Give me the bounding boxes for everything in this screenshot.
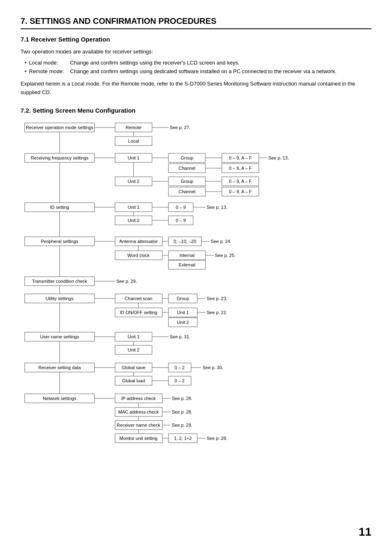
bullet-list: Local mode: Change and confirm settings … bbox=[25, 59, 371, 76]
ref-user-name: See p. 31. bbox=[170, 334, 190, 339]
col3-internal: Internal bbox=[180, 253, 195, 258]
col2-id-unit1: Unit 1 bbox=[128, 205, 140, 210]
bullet-local: Local mode: Change and confirm settings … bbox=[25, 59, 371, 67]
col2-id-onoff: ID ON/OFF setting bbox=[120, 310, 157, 315]
col1-user-name: User name settings bbox=[40, 334, 79, 339]
col2-global-save: Global save bbox=[122, 365, 145, 370]
col1-peripheral: Peripheral settings bbox=[41, 239, 78, 244]
chapter-title: 7. SETTINGS AND CONFIRMATION PROCEDURES bbox=[21, 16, 371, 29]
ref-wordclock: See p. 25. bbox=[215, 253, 235, 258]
col1-receiver-data: Receiver setting data bbox=[38, 365, 81, 370]
section2-title: 7.2. Setting Screen Menu Configuration bbox=[21, 107, 371, 114]
ref-receiver-data: See p. 30. bbox=[203, 365, 223, 370]
col2-remote: Remote bbox=[126, 125, 142, 130]
col3-scan-group: Group bbox=[177, 296, 189, 301]
col3-rf-u1-channel: Channel bbox=[179, 166, 196, 171]
bullet-local-label: Local mode: bbox=[29, 59, 70, 67]
col1-network: Network settings bbox=[43, 396, 76, 401]
col3-idoff-u2: Unit 2 bbox=[177, 320, 189, 325]
col2-id-unit2: Unit 2 bbox=[128, 218, 140, 223]
col3-id-u2: 0 – 9 bbox=[176, 218, 186, 223]
col1-utility: Utility settings bbox=[46, 296, 74, 301]
ref-remote: See p. 27. bbox=[170, 125, 190, 130]
bullet-remote: Remote mode: Change and confirm settings… bbox=[25, 67, 371, 76]
col3-load-val: 0 – 2 bbox=[175, 378, 184, 383]
ref-ip: See p. 28. bbox=[172, 396, 192, 401]
col1-receiver-op: Receiver operation mode settings bbox=[26, 125, 93, 130]
col2-global-load: Global load bbox=[122, 378, 145, 383]
col3-rf-u2-group: Group bbox=[181, 179, 194, 184]
col4-rf-u2-channel: 0 – 9, A – F bbox=[229, 189, 252, 194]
col2-monitor-unit: Monitor unit setting bbox=[120, 436, 158, 441]
ref-utility-scan: See p. 23. bbox=[207, 296, 227, 301]
section-desc: Explained herein is a Local mode. For th… bbox=[21, 80, 371, 97]
section1-title: 7.1 Receiver Setting Operation bbox=[21, 36, 371, 43]
col1-id-setting: ID setting bbox=[50, 205, 69, 210]
col1-receiving-freq: Receiving frequency settings bbox=[31, 155, 89, 160]
bullet-local-text: Change and confirm settings using the re… bbox=[70, 59, 240, 67]
col2-rf-unit1: Unit 1 bbox=[128, 155, 140, 160]
ref-rf-u1-group: See p. 13. bbox=[268, 155, 289, 160]
col3-rf-u2-channel: Channel bbox=[179, 189, 196, 194]
col2-antenna: Antenna attenuator bbox=[119, 239, 158, 244]
menu-diagram: .box-rect { fill: white; stroke: #555; s… bbox=[21, 119, 374, 448]
col2-receiver-name: Receiver name check bbox=[117, 423, 160, 428]
ref-antenna: See p. 24. bbox=[211, 239, 231, 244]
ref-receiver-name: See p. 29. bbox=[172, 423, 192, 428]
col4-rf-u1-channel: 0 – 9, A – F bbox=[229, 166, 252, 171]
col3-idoff-u1: Unit 1 bbox=[177, 310, 189, 315]
col1-transmitter: Transmitter condition check bbox=[32, 279, 88, 284]
col2-rf-unit2: Unit 2 bbox=[128, 179, 140, 184]
ref-utility-id: See p. 22. bbox=[207, 310, 227, 315]
intro-text: Two operation modes are available for re… bbox=[21, 48, 371, 56]
col2-wordclock: Word clock bbox=[127, 253, 150, 258]
diagram-container: .box-rect { fill: white; stroke: #555; s… bbox=[21, 119, 371, 448]
bullet-remote-label: Remote mode: bbox=[29, 67, 70, 76]
bullet-remote-text: Change and confirm settings using dedica… bbox=[70, 67, 337, 76]
col3-id-u1: 0 – 9 bbox=[176, 205, 186, 210]
col2-local: Local bbox=[128, 139, 139, 143]
col2-ip-check: IP address check bbox=[121, 396, 156, 401]
col3-antenna-val: 0, –10, –20 bbox=[173, 239, 196, 244]
col3-monitor-val: 1, 2, 1+2 bbox=[174, 436, 191, 441]
ref-monitor: See p. 28. bbox=[207, 436, 227, 441]
col2-uname-u1: Unit 1 bbox=[128, 334, 140, 339]
ref-id-u1: See p. 13. bbox=[207, 205, 227, 210]
col4-rf-u1-group: 0 – 9, A – F bbox=[229, 155, 252, 160]
col3-rf-u1-group: Group bbox=[181, 155, 194, 160]
col3-external: External bbox=[179, 262, 195, 267]
col2-channel-scan: Channel scan bbox=[125, 296, 152, 301]
col4-rf-u2-group: 0 – 9, A – F bbox=[229, 179, 252, 184]
ref-transmitter: See p. 29. bbox=[116, 279, 137, 284]
ref-mac: See p. 28. bbox=[172, 409, 192, 414]
page-number: 11 bbox=[359, 525, 371, 539]
col2-mac-check: MAC address check bbox=[118, 409, 159, 414]
col3-save-val: 0 – 2 bbox=[175, 365, 184, 370]
col2-uname-u2: Unit 2 bbox=[128, 347, 140, 352]
